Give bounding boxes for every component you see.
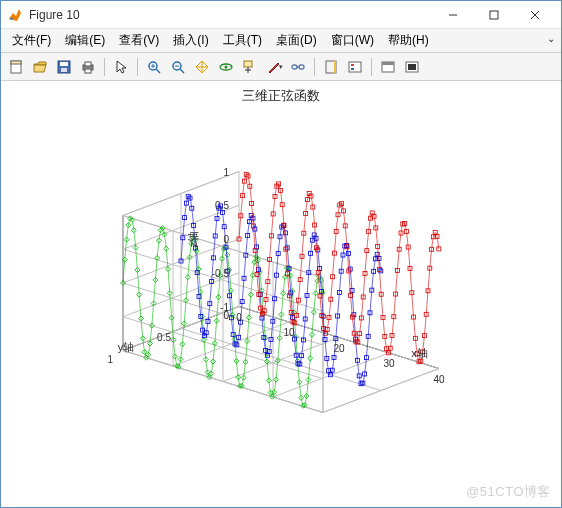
close-button[interactable]: [515, 4, 555, 26]
svg-text:-1: -1: [220, 302, 229, 313]
svg-text:10: 10: [283, 327, 295, 338]
print-icon[interactable]: [77, 56, 99, 78]
svg-text:0: 0: [223, 234, 229, 245]
svg-rect-29: [349, 62, 361, 72]
pointer-icon[interactable]: [110, 56, 132, 78]
zoom-in-icon[interactable]: [143, 56, 165, 78]
svg-rect-28: [334, 61, 336, 73]
svg-text:1: 1: [223, 167, 229, 178]
y-axis-label: y轴: [118, 341, 135, 353]
svg-text:40: 40: [433, 374, 445, 385]
toolbar: ▾: [1, 53, 561, 81]
3d-box: [123, 172, 439, 413]
figure-window: Figure 10 文件(F) 编辑(E) 查看(V) 插入(I) 工具(T) …: [0, 0, 562, 508]
svg-rect-21: [244, 61, 252, 67]
svg-line-17: [180, 69, 184, 73]
svg-rect-1: [490, 11, 498, 19]
window-title: Figure 10: [29, 8, 433, 22]
svg-text:30: 30: [383, 358, 395, 369]
menu-desktop[interactable]: 桌面(D): [269, 29, 324, 52]
svg-rect-7: [60, 62, 68, 66]
menubar: 文件(F) 编辑(E) 查看(V) 插入(I) 工具(T) 桌面(D) 窗口(W…: [1, 29, 561, 53]
menu-view[interactable]: 查看(V): [112, 29, 166, 52]
svg-text:0: 0: [236, 312, 242, 323]
svg-point-20: [225, 65, 228, 68]
menu-file[interactable]: 文件(F): [5, 29, 58, 52]
menu-insert[interactable]: 插入(I): [166, 29, 215, 52]
plot-title: 三维正弦函数: [242, 88, 320, 103]
svg-text:1: 1: [107, 354, 113, 365]
svg-rect-33: [382, 62, 394, 65]
svg-rect-5: [11, 61, 21, 64]
hide-tools-icon[interactable]: [377, 56, 399, 78]
maximize-button[interactable]: [474, 4, 514, 26]
3d-series: [121, 172, 441, 408]
toolbar-separator: [137, 58, 138, 76]
svg-rect-11: [85, 69, 91, 73]
open-icon[interactable]: [29, 56, 51, 78]
svg-text:20: 20: [333, 343, 345, 354]
svg-text:0.5: 0.5: [215, 200, 229, 211]
svg-rect-8: [61, 68, 67, 72]
menu-tools[interactable]: 工具(T): [216, 29, 269, 52]
svg-rect-10: [85, 62, 91, 66]
svg-line-13: [156, 69, 160, 73]
link-icon[interactable]: [287, 56, 309, 78]
menu-overflow-icon[interactable]: ⌄: [547, 33, 555, 44]
minimize-button[interactable]: [433, 4, 473, 26]
pan-icon[interactable]: [191, 56, 213, 78]
window-controls: [433, 4, 555, 26]
svg-text:-0.5: -0.5: [212, 268, 230, 279]
dock-icon[interactable]: [401, 56, 423, 78]
zoom-out-icon[interactable]: [167, 56, 189, 78]
new-figure-icon[interactable]: [5, 56, 27, 78]
axes3d[interactable]: 三维正弦函数 01020304000.51-1-0.500.51 x轴 y轴 z…: [1, 81, 561, 507]
legend-icon[interactable]: [344, 56, 366, 78]
svg-text:0.5: 0.5: [157, 332, 171, 343]
colorbar-icon[interactable]: [320, 56, 342, 78]
toolbar-separator: [371, 58, 372, 76]
rotate3d-icon[interactable]: [215, 56, 237, 78]
menu-edit[interactable]: 编辑(E): [58, 29, 112, 52]
x-axis-label: x轴: [411, 347, 428, 359]
menu-window[interactable]: 窗口(W): [324, 29, 381, 52]
save-icon[interactable]: [53, 56, 75, 78]
svg-rect-35: [408, 64, 416, 70]
brush-icon[interactable]: ▾: [263, 56, 285, 78]
matlab-icon: [7, 7, 23, 23]
menu-help[interactable]: 帮助(H): [381, 29, 436, 52]
titlebar[interactable]: Figure 10: [1, 1, 561, 29]
datacursor-icon[interactable]: [239, 56, 261, 78]
plot-svg: 三维正弦函数 01020304000.51-1-0.500.51 x轴 y轴 z…: [1, 81, 561, 507]
svg-line-66: [181, 329, 381, 391]
toolbar-separator: [104, 58, 105, 76]
z-axis-label: z轴: [187, 231, 199, 248]
toolbar-separator: [314, 58, 315, 76]
